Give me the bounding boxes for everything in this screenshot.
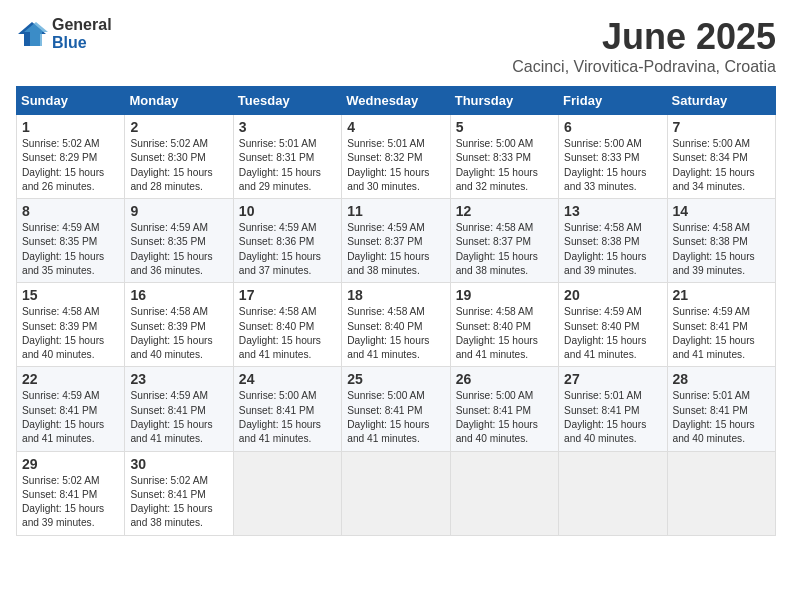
cell-text-line: Sunset: 8:41 PM xyxy=(239,404,336,418)
cell-text-line: Daylight: 15 hours xyxy=(347,166,444,180)
cell-text-line: Daylight: 15 hours xyxy=(22,250,119,264)
cell-text-line: Sunrise: 5:02 AM xyxy=(22,137,119,151)
cell-text-line: Daylight: 15 hours xyxy=(239,334,336,348)
cell-text-line: Sunset: 8:32 PM xyxy=(347,151,444,165)
calendar-week-row: 1Sunrise: 5:02 AMSunset: 8:29 PMDaylight… xyxy=(17,115,776,199)
cell-text-line: Sunset: 8:41 PM xyxy=(673,404,770,418)
calendar-week-row: 22Sunrise: 4:59 AMSunset: 8:41 PMDayligh… xyxy=(17,367,776,451)
cell-text-line: Daylight: 15 hours xyxy=(456,418,553,432)
cell-text-line: Sunset: 8:33 PM xyxy=(456,151,553,165)
calendar-cell: 1Sunrise: 5:02 AMSunset: 8:29 PMDaylight… xyxy=(17,115,125,199)
header: General Blue June 2025 Cacinci, Viroviti… xyxy=(16,16,776,76)
cell-text-line: Sunrise: 4:58 AM xyxy=(456,305,553,319)
cell-text-line: Sunrise: 4:58 AM xyxy=(673,221,770,235)
cell-text-line: Daylight: 15 hours xyxy=(347,250,444,264)
cell-text-line: Sunset: 8:38 PM xyxy=(673,235,770,249)
calendar-header-row: SundayMondayTuesdayWednesdayThursdayFrid… xyxy=(17,87,776,115)
calendar-cell: 27Sunrise: 5:01 AMSunset: 8:41 PMDayligh… xyxy=(559,367,667,451)
cell-text-line: and 35 minutes. xyxy=(22,264,119,278)
cell-text-line: Daylight: 15 hours xyxy=(347,418,444,432)
cell-text-line: Sunset: 8:41 PM xyxy=(22,488,119,502)
cell-text-line: Sunrise: 4:59 AM xyxy=(22,389,119,403)
logo: General Blue xyxy=(16,16,112,52)
calendar-header-cell: Thursday xyxy=(450,87,558,115)
calendar-cell: 5Sunrise: 5:00 AMSunset: 8:33 PMDaylight… xyxy=(450,115,558,199)
calendar-header-cell: Tuesday xyxy=(233,87,341,115)
calendar-cell: 2Sunrise: 5:02 AMSunset: 8:30 PMDaylight… xyxy=(125,115,233,199)
cell-text-line: and 33 minutes. xyxy=(564,180,661,194)
cell-text-line: Sunrise: 5:02 AM xyxy=(130,137,227,151)
calendar-header-cell: Wednesday xyxy=(342,87,450,115)
day-number: 12 xyxy=(456,203,553,219)
cell-text-line: Sunrise: 5:02 AM xyxy=(22,474,119,488)
cell-text-line: and 32 minutes. xyxy=(456,180,553,194)
calendar-cell: 20Sunrise: 4:59 AMSunset: 8:40 PMDayligh… xyxy=(559,283,667,367)
cell-text-line: Sunrise: 4:58 AM xyxy=(347,305,444,319)
cell-text-line: Daylight: 15 hours xyxy=(22,334,119,348)
calendar-header-cell: Sunday xyxy=(17,87,125,115)
cell-text-line: Daylight: 15 hours xyxy=(22,502,119,516)
cell-text-line: and 40 minutes. xyxy=(456,432,553,446)
cell-text-line: and 38 minutes. xyxy=(456,264,553,278)
calendar-cell: 16Sunrise: 4:58 AMSunset: 8:39 PMDayligh… xyxy=(125,283,233,367)
month-title: June 2025 xyxy=(512,16,776,58)
calendar-cell: 26Sunrise: 5:00 AMSunset: 8:41 PMDayligh… xyxy=(450,367,558,451)
cell-text-line: Sunrise: 4:59 AM xyxy=(239,221,336,235)
cell-text-line: Sunrise: 5:00 AM xyxy=(239,389,336,403)
cell-text-line: Sunrise: 4:59 AM xyxy=(130,389,227,403)
cell-text-line: and 30 minutes. xyxy=(347,180,444,194)
cell-text-line: Sunrise: 5:01 AM xyxy=(347,137,444,151)
cell-text-line: Sunrise: 5:01 AM xyxy=(673,389,770,403)
cell-text-line: and 41 minutes. xyxy=(130,432,227,446)
day-number: 27 xyxy=(564,371,661,387)
cell-text-line: Sunrise: 4:59 AM xyxy=(22,221,119,235)
cell-text-line: and 40 minutes. xyxy=(673,432,770,446)
day-number: 11 xyxy=(347,203,444,219)
cell-text-line: Sunset: 8:37 PM xyxy=(347,235,444,249)
cell-text-line: Daylight: 15 hours xyxy=(673,250,770,264)
cell-text-line: and 36 minutes. xyxy=(130,264,227,278)
day-number: 10 xyxy=(239,203,336,219)
day-number: 24 xyxy=(239,371,336,387)
cell-text-line: Sunset: 8:40 PM xyxy=(456,320,553,334)
day-number: 29 xyxy=(22,456,119,472)
calendar-cell: 23Sunrise: 4:59 AMSunset: 8:41 PMDayligh… xyxy=(125,367,233,451)
calendar-cell: 6Sunrise: 5:00 AMSunset: 8:33 PMDaylight… xyxy=(559,115,667,199)
calendar-cell: 12Sunrise: 4:58 AMSunset: 8:37 PMDayligh… xyxy=(450,199,558,283)
cell-text-line: Sunrise: 4:59 AM xyxy=(564,305,661,319)
calendar-cell xyxy=(559,451,667,535)
day-number: 22 xyxy=(22,371,119,387)
cell-text-line: Sunset: 8:38 PM xyxy=(564,235,661,249)
day-number: 6 xyxy=(564,119,661,135)
cell-text-line: and 38 minutes. xyxy=(347,264,444,278)
calendar-cell: 22Sunrise: 4:59 AMSunset: 8:41 PMDayligh… xyxy=(17,367,125,451)
cell-text-line: Sunset: 8:29 PM xyxy=(22,151,119,165)
cell-text-line: Daylight: 15 hours xyxy=(130,166,227,180)
calendar-header-cell: Saturday xyxy=(667,87,775,115)
calendar-week-row: 8Sunrise: 4:59 AMSunset: 8:35 PMDaylight… xyxy=(17,199,776,283)
cell-text-line: Sunset: 8:34 PM xyxy=(673,151,770,165)
cell-text-line: and 41 minutes. xyxy=(347,348,444,362)
cell-text-line: and 41 minutes. xyxy=(673,348,770,362)
cell-text-line: Daylight: 15 hours xyxy=(673,418,770,432)
logo-text: General Blue xyxy=(52,16,112,52)
cell-text-line: Sunset: 8:33 PM xyxy=(564,151,661,165)
calendar-cell: 24Sunrise: 5:00 AMSunset: 8:41 PMDayligh… xyxy=(233,367,341,451)
day-number: 4 xyxy=(347,119,444,135)
calendar-cell: 7Sunrise: 5:00 AMSunset: 8:34 PMDaylight… xyxy=(667,115,775,199)
logo-icon xyxy=(16,20,48,48)
cell-text-line: Daylight: 15 hours xyxy=(456,334,553,348)
cell-text-line: Sunrise: 5:00 AM xyxy=(673,137,770,151)
cell-text-line: and 41 minutes. xyxy=(456,348,553,362)
day-number: 26 xyxy=(456,371,553,387)
cell-text-line: Sunset: 8:39 PM xyxy=(130,320,227,334)
cell-text-line: Sunrise: 4:59 AM xyxy=(347,221,444,235)
day-number: 14 xyxy=(673,203,770,219)
day-number: 1 xyxy=(22,119,119,135)
cell-text-line: and 37 minutes. xyxy=(239,264,336,278)
cell-text-line: Sunset: 8:40 PM xyxy=(239,320,336,334)
calendar-cell: 4Sunrise: 5:01 AMSunset: 8:32 PMDaylight… xyxy=(342,115,450,199)
cell-text-line: Sunrise: 4:58 AM xyxy=(239,305,336,319)
cell-text-line: Daylight: 15 hours xyxy=(564,418,661,432)
cell-text-line: Daylight: 15 hours xyxy=(673,166,770,180)
